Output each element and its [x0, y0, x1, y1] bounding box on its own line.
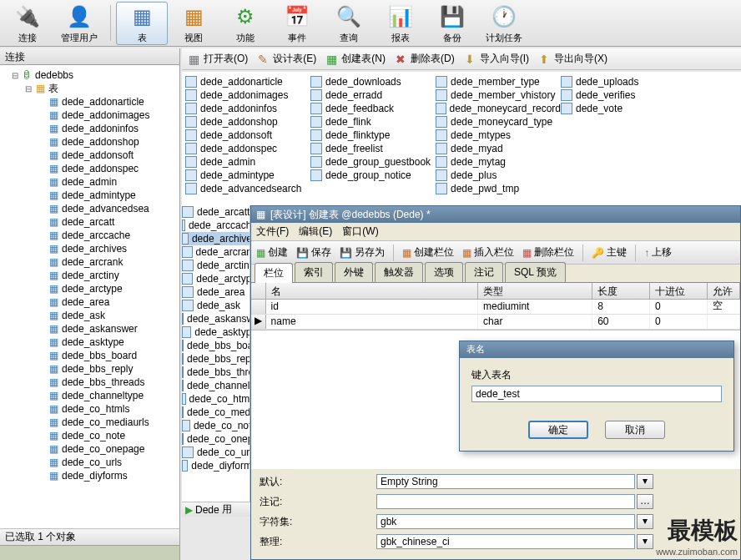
table-item[interactable]: dede_co_onepa [182, 432, 250, 446]
grid-row[interactable]: ▶namechar600 [251, 315, 740, 330]
table-item[interactable]: dede_arctiny [182, 259, 250, 272]
dt-primary-button[interactable]: 🔑主键 [592, 245, 627, 260]
table-item[interactable]: dede_co_htmls [182, 392, 250, 406]
design-titlebar[interactable]: ▦ [表设计] 创建表 @dedebbs (Dede) * [251, 206, 740, 223]
tree-table-item[interactable]: ▦dede_bbs_board [2, 349, 178, 362]
delete-table-button[interactable]: ✖删除表(D) [394, 52, 455, 66]
tree-table-item[interactable]: ▦dede_addonshop [2, 135, 178, 149]
table-button[interactable]: ▦表 [116, 2, 168, 45]
table-item[interactable]: dede_moneycard_record [436, 102, 561, 115]
dt-saveas-button[interactable]: 💾另存为 [340, 245, 385, 260]
menu-edit[interactable]: 编辑(E) [299, 225, 332, 239]
export-wizard-button[interactable]: ⬆导出向导(X) [537, 52, 607, 66]
connect-button[interactable]: 🔌连接 [2, 2, 53, 45]
table-item[interactable]: dede_advancedsearch [185, 182, 310, 195]
tree-table-item[interactable]: ▦dede_channeltype [2, 389, 178, 402]
collation-dropdown[interactable]: ▾ [637, 534, 653, 549]
table-item[interactable]: dede_feedback [310, 102, 436, 115]
table-item[interactable]: dede_verifies [561, 88, 686, 102]
table-item[interactable]: dede_myad [436, 142, 561, 155]
tree-table-item[interactable]: ▦dede_addonspec [2, 162, 178, 175]
event-button[interactable]: 📅事件 [271, 2, 323, 45]
tree-table-item[interactable]: ▦dede_addonarticle [2, 95, 178, 108]
dialog-titlebar[interactable]: 表名 [460, 341, 733, 358]
connection-tree[interactable]: ⊟🛢dedebbs ⊟▦表 ▦dede_addonarticle▦dede_ad… [0, 65, 179, 528]
table-item[interactable]: dede_member_type [436, 75, 561, 88]
tree-table-item[interactable]: ▦dede_archives [2, 242, 178, 255]
table-list[interactable]: dede_addonarticledede_addonimagesdede_ad… [182, 72, 741, 205]
table-item[interactable]: dede_vote [561, 102, 686, 115]
tree-table-item[interactable]: ▦dede_bbs_reply [2, 362, 178, 376]
col-name-header[interactable]: 名 [266, 283, 478, 299]
schedule-button[interactable]: 🕐计划任务 [478, 2, 530, 45]
table-item[interactable]: dede_bbs_board [182, 339, 250, 352]
default-dropdown[interactable]: ▾ [637, 474, 653, 489]
table-item[interactable]: dede_mytag [436, 155, 561, 169]
backup-button[interactable]: 💾备份 [426, 2, 478, 45]
tree-table-item[interactable]: ▦dede_bbs_threads [2, 376, 178, 389]
table-item[interactable]: dede_arcrank [182, 245, 250, 259]
table-item[interactable]: dede_addonimages [185, 88, 310, 102]
table-item[interactable]: dede_arctype [182, 272, 250, 285]
tree-table-item[interactable]: ▦dede_diyforms [2, 469, 178, 482]
tree-table-item[interactable]: ▦dede_co_note [2, 429, 178, 442]
tab-fields[interactable]: 栏位 [255, 263, 293, 283]
table-item[interactable]: dede_askanswer [182, 312, 250, 325]
grid-row[interactable]: idmediumint80 [251, 300, 740, 315]
tab-comment[interactable]: 注记 [465, 262, 503, 282]
table-item[interactable]: dede_co_note [182, 419, 250, 432]
function-button[interactable]: ⚙功能 [219, 2, 271, 45]
row-marker[interactable]: ▶ [251, 315, 266, 329]
table-item[interactable]: dede_co_mediau [182, 406, 250, 419]
table-item[interactable]: dede_addonspec [185, 142, 310, 155]
table-item[interactable]: dede_arccache [182, 219, 250, 232]
table-item[interactable]: dede_flinktype [310, 129, 436, 142]
tree-table-item[interactable]: ▦dede_co_mediaurls [2, 416, 178, 429]
table-item[interactable]: dede_flink [310, 115, 436, 129]
query-button[interactable]: 🔍查询 [323, 2, 375, 45]
view-button[interactable]: ▦视图 [168, 2, 219, 45]
tree-table-item[interactable]: ▦dede_area [2, 295, 178, 309]
menu-window[interactable]: 窗口(W) [342, 225, 378, 239]
dt-create-button[interactable]: ▦创建 [256, 245, 288, 260]
menu-file[interactable]: 文件(F) [256, 225, 289, 239]
charset-dropdown[interactable]: ▾ [637, 514, 653, 529]
tab-preview[interactable]: SQL 预览 [505, 262, 566, 282]
tree-table-item[interactable]: ▦dede_askanswer [2, 322, 178, 335]
row-marker[interactable] [251, 300, 266, 314]
dt-moveup-button[interactable]: ↑上移 [644, 245, 672, 260]
table-item[interactable]: dede_arcatt [182, 205, 250, 219]
ok-button[interactable]: 确定 [528, 421, 588, 439]
tree-table-item[interactable]: ▦dede_co_onepage [2, 442, 178, 456]
table-item[interactable]: dede_diyforms [182, 459, 250, 472]
cancel-button[interactable]: 取消 [605, 421, 665, 439]
table-item[interactable]: dede_admintype [185, 169, 310, 182]
dt-addfield-button[interactable]: ▦创建栏位 [402, 245, 454, 260]
col-type-header[interactable]: 类型 [478, 283, 592, 299]
design-table-button[interactable]: ✎设计表(E) [256, 52, 316, 66]
table-item[interactable]: dede_group_notice [310, 169, 436, 182]
table-item[interactable]: dede_addonshop [185, 115, 310, 129]
comment-input[interactable] [376, 494, 635, 509]
import-wizard-button[interactable]: ⬇导入向导(I) [463, 52, 529, 66]
dt-save-button[interactable]: 💾保存 [296, 245, 331, 260]
open-table-button[interactable]: ▦打开表(O) [187, 52, 248, 66]
tree-table-item[interactable]: ▦dede_admintype [2, 189, 178, 202]
dt-deletefield-button[interactable]: ▦删除栏位 [522, 245, 574, 260]
collation-input[interactable]: gbk_chinese_ci [376, 534, 635, 549]
tree-table-item[interactable]: ▦dede_arcatt [2, 215, 178, 229]
tree-table-item[interactable]: ▦dede_co_urls [2, 456, 178, 469]
table-item[interactable]: dede_moneycard_type [436, 115, 561, 129]
tree-table-item[interactable]: ▦dede_ask [2, 309, 178, 322]
table-item[interactable]: dede_addonsoft [185, 129, 310, 142]
table-item[interactable]: dede_erradd [310, 88, 436, 102]
table-item[interactable]: dede_mtypes [436, 129, 561, 142]
fields-grid[interactable]: 名 类型 长度 十进位 允许空 idmediumint80▶namechar60… [251, 283, 740, 330]
table-item[interactable]: dede_downloads [310, 75, 436, 88]
table-item[interactable]: dede_uploads [561, 75, 686, 88]
tree-table-item[interactable]: ▦dede_advancedsea [2, 202, 178, 215]
create-table-button[interactable]: ▦创建表(N) [325, 52, 386, 66]
table-name-input[interactable] [471, 386, 722, 402]
tab-index[interactable]: 索引 [295, 262, 333, 282]
table-item[interactable]: dede_admin [185, 155, 310, 169]
